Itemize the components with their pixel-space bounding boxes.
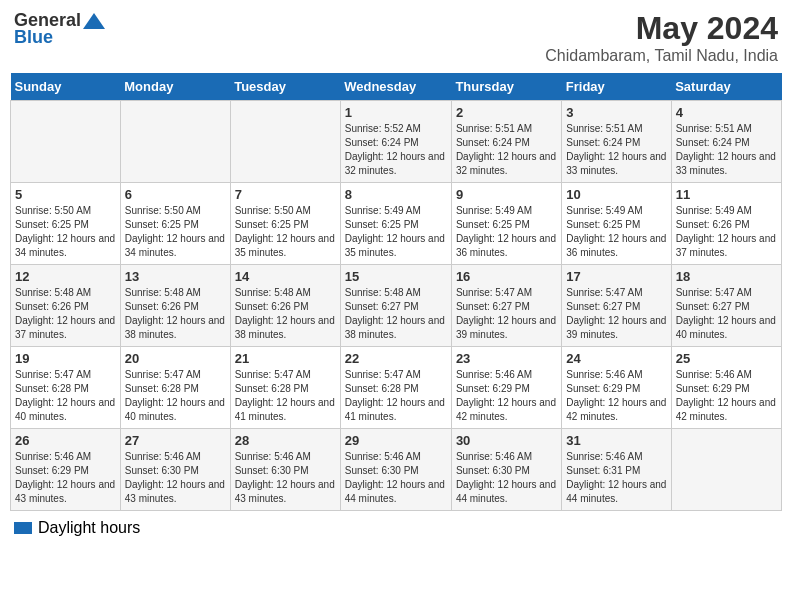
calendar-cell: 17Sunrise: 5:47 AMSunset: 6:27 PMDayligh… [562, 265, 671, 347]
day-number: 21 [235, 351, 336, 366]
day-number: 20 [125, 351, 226, 366]
day-number: 9 [456, 187, 557, 202]
header: General Blue May 2024 Chidambaram, Tamil… [10, 10, 782, 65]
day-number: 1 [345, 105, 447, 120]
day-number: 13 [125, 269, 226, 284]
day-number: 4 [676, 105, 777, 120]
calendar-cell: 28Sunrise: 5:46 AMSunset: 6:30 PMDayligh… [230, 429, 340, 511]
calendar-cell: 7Sunrise: 5:50 AMSunset: 6:25 PMDaylight… [230, 183, 340, 265]
calendar-cell: 23Sunrise: 5:46 AMSunset: 6:29 PMDayligh… [451, 347, 561, 429]
day-number: 30 [456, 433, 557, 448]
logo-blue: Blue [14, 27, 53, 48]
calendar-cell: 20Sunrise: 5:47 AMSunset: 6:28 PMDayligh… [120, 347, 230, 429]
day-info: Sunrise: 5:48 AMSunset: 6:26 PMDaylight:… [125, 286, 226, 342]
day-number: 17 [566, 269, 666, 284]
day-info: Sunrise: 5:46 AMSunset: 6:29 PMDaylight:… [456, 368, 557, 424]
day-header-monday: Monday [120, 73, 230, 101]
subtitle: Chidambaram, Tamil Nadu, India [545, 47, 778, 65]
calendar-cell: 3Sunrise: 5:51 AMSunset: 6:24 PMDaylight… [562, 101, 671, 183]
day-number: 14 [235, 269, 336, 284]
day-number: 12 [15, 269, 116, 284]
day-info: Sunrise: 5:49 AMSunset: 6:25 PMDaylight:… [345, 204, 447, 260]
calendar-cell: 15Sunrise: 5:48 AMSunset: 6:27 PMDayligh… [340, 265, 451, 347]
calendar-cell: 21Sunrise: 5:47 AMSunset: 6:28 PMDayligh… [230, 347, 340, 429]
day-info: Sunrise: 5:51 AMSunset: 6:24 PMDaylight:… [456, 122, 557, 178]
logo-icon [83, 11, 105, 31]
day-number: 18 [676, 269, 777, 284]
logo: General Blue [14, 10, 105, 48]
day-header-sunday: Sunday [11, 73, 121, 101]
day-info: Sunrise: 5:52 AMSunset: 6:24 PMDaylight:… [345, 122, 447, 178]
day-number: 31 [566, 433, 666, 448]
day-header-saturday: Saturday [671, 73, 781, 101]
day-number: 24 [566, 351, 666, 366]
day-header-friday: Friday [562, 73, 671, 101]
week-row-1: 1Sunrise: 5:52 AMSunset: 6:24 PMDaylight… [11, 101, 782, 183]
day-number: 26 [15, 433, 116, 448]
calendar-cell: 9Sunrise: 5:49 AMSunset: 6:25 PMDaylight… [451, 183, 561, 265]
day-info: Sunrise: 5:49 AMSunset: 6:26 PMDaylight:… [676, 204, 777, 260]
day-info: Sunrise: 5:47 AMSunset: 6:27 PMDaylight:… [676, 286, 777, 342]
day-header-wednesday: Wednesday [340, 73, 451, 101]
main-title: May 2024 [545, 10, 778, 47]
calendar-cell: 4Sunrise: 5:51 AMSunset: 6:24 PMDaylight… [671, 101, 781, 183]
day-info: Sunrise: 5:48 AMSunset: 6:26 PMDaylight:… [235, 286, 336, 342]
day-number: 15 [345, 269, 447, 284]
day-info: Sunrise: 5:50 AMSunset: 6:25 PMDaylight:… [15, 204, 116, 260]
day-info: Sunrise: 5:46 AMSunset: 6:31 PMDaylight:… [566, 450, 666, 506]
calendar-cell: 27Sunrise: 5:46 AMSunset: 6:30 PMDayligh… [120, 429, 230, 511]
day-number: 23 [456, 351, 557, 366]
calendar-cell: 31Sunrise: 5:46 AMSunset: 6:31 PMDayligh… [562, 429, 671, 511]
day-info: Sunrise: 5:47 AMSunset: 6:27 PMDaylight:… [566, 286, 666, 342]
calendar-cell: 22Sunrise: 5:47 AMSunset: 6:28 PMDayligh… [340, 347, 451, 429]
calendar-cell: 11Sunrise: 5:49 AMSunset: 6:26 PMDayligh… [671, 183, 781, 265]
calendar-cell: 2Sunrise: 5:51 AMSunset: 6:24 PMDaylight… [451, 101, 561, 183]
calendar-table: SundayMondayTuesdayWednesdayThursdayFrid… [10, 73, 782, 511]
calendar-cell: 19Sunrise: 5:47 AMSunset: 6:28 PMDayligh… [11, 347, 121, 429]
day-info: Sunrise: 5:51 AMSunset: 6:24 PMDaylight:… [566, 122, 666, 178]
calendar-cell: 10Sunrise: 5:49 AMSunset: 6:25 PMDayligh… [562, 183, 671, 265]
day-number: 8 [345, 187, 447, 202]
calendar-cell [11, 101, 121, 183]
day-info: Sunrise: 5:47 AMSunset: 6:28 PMDaylight:… [235, 368, 336, 424]
day-info: Sunrise: 5:47 AMSunset: 6:28 PMDaylight:… [345, 368, 447, 424]
calendar-cell: 1Sunrise: 5:52 AMSunset: 6:24 PMDaylight… [340, 101, 451, 183]
week-row-4: 19Sunrise: 5:47 AMSunset: 6:28 PMDayligh… [11, 347, 782, 429]
calendar-cell: 12Sunrise: 5:48 AMSunset: 6:26 PMDayligh… [11, 265, 121, 347]
day-info: Sunrise: 5:46 AMSunset: 6:30 PMDaylight:… [456, 450, 557, 506]
day-number: 2 [456, 105, 557, 120]
calendar-cell: 24Sunrise: 5:46 AMSunset: 6:29 PMDayligh… [562, 347, 671, 429]
day-info: Sunrise: 5:49 AMSunset: 6:25 PMDaylight:… [456, 204, 557, 260]
week-row-3: 12Sunrise: 5:48 AMSunset: 6:26 PMDayligh… [11, 265, 782, 347]
day-info: Sunrise: 5:50 AMSunset: 6:25 PMDaylight:… [125, 204, 226, 260]
calendar-cell: 5Sunrise: 5:50 AMSunset: 6:25 PMDaylight… [11, 183, 121, 265]
svg-marker-0 [83, 13, 105, 29]
week-row-5: 26Sunrise: 5:46 AMSunset: 6:29 PMDayligh… [11, 429, 782, 511]
day-info: Sunrise: 5:49 AMSunset: 6:25 PMDaylight:… [566, 204, 666, 260]
calendar-cell: 26Sunrise: 5:46 AMSunset: 6:29 PMDayligh… [11, 429, 121, 511]
day-info: Sunrise: 5:46 AMSunset: 6:30 PMDaylight:… [125, 450, 226, 506]
day-number: 5 [15, 187, 116, 202]
calendar-cell: 13Sunrise: 5:48 AMSunset: 6:26 PMDayligh… [120, 265, 230, 347]
calendar-cell: 16Sunrise: 5:47 AMSunset: 6:27 PMDayligh… [451, 265, 561, 347]
day-number: 16 [456, 269, 557, 284]
day-info: Sunrise: 5:46 AMSunset: 6:29 PMDaylight:… [15, 450, 116, 506]
calendar-cell: 30Sunrise: 5:46 AMSunset: 6:30 PMDayligh… [451, 429, 561, 511]
day-number: 28 [235, 433, 336, 448]
day-number: 3 [566, 105, 666, 120]
day-number: 19 [15, 351, 116, 366]
day-info: Sunrise: 5:47 AMSunset: 6:27 PMDaylight:… [456, 286, 557, 342]
calendar-cell [671, 429, 781, 511]
calendar-cell: 8Sunrise: 5:49 AMSunset: 6:25 PMDaylight… [340, 183, 451, 265]
day-number: 25 [676, 351, 777, 366]
day-header-tuesday: Tuesday [230, 73, 340, 101]
day-info: Sunrise: 5:51 AMSunset: 6:24 PMDaylight:… [676, 122, 777, 178]
calendar-cell: 6Sunrise: 5:50 AMSunset: 6:25 PMDaylight… [120, 183, 230, 265]
day-header-thursday: Thursday [451, 73, 561, 101]
calendar-cell: 29Sunrise: 5:46 AMSunset: 6:30 PMDayligh… [340, 429, 451, 511]
calendar-cell [120, 101, 230, 183]
title-area: May 2024 Chidambaram, Tamil Nadu, India [545, 10, 778, 65]
day-number: 6 [125, 187, 226, 202]
calendar-cell [230, 101, 340, 183]
day-info: Sunrise: 5:47 AMSunset: 6:28 PMDaylight:… [15, 368, 116, 424]
